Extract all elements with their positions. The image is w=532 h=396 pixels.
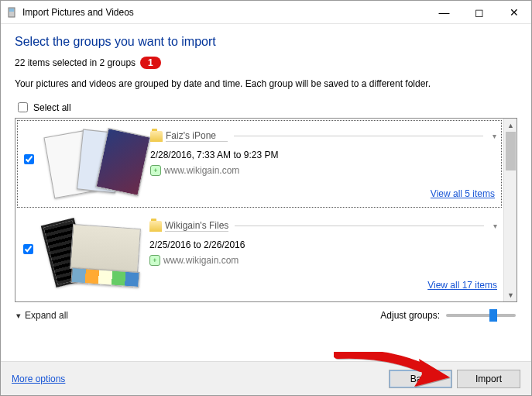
tag-icon: + xyxy=(149,255,160,266)
annotation-badge-1: 1 xyxy=(140,57,161,69)
group-row[interactable]: Faiz's iPone ▾ 2/28/2016, 7:33 AM to 9:2… xyxy=(17,120,502,208)
maximize-button[interactable]: ◻ xyxy=(462,1,496,23)
group-name-input[interactable]: Wikigain's Files xyxy=(165,220,228,232)
selection-status: 22 items selected in 2 groups xyxy=(15,57,136,68)
groups-list-panel: Faiz's iPone ▾ 2/28/2016, 7:33 AM to 9:2… xyxy=(15,118,517,302)
view-all-link[interactable]: View all 5 items xyxy=(431,188,495,199)
group-date-range: 2/25/2016 to 2/26/2016 xyxy=(149,239,497,250)
footer-buttons: Back Import xyxy=(389,370,520,388)
window-controls: — ◻ ✕ xyxy=(427,1,531,23)
app-icon xyxy=(7,7,18,18)
window-title: Import Pictures and Videos xyxy=(22,7,134,18)
group-tag-row: + www.wikigain.com xyxy=(149,255,497,266)
import-button[interactable]: Import xyxy=(457,370,520,388)
group-tag-input[interactable]: www.wikigain.com xyxy=(164,165,239,176)
expand-all-toggle[interactable]: ▾ Expand all xyxy=(16,310,68,321)
scroll-up-arrow-icon[interactable]: ▲ xyxy=(504,119,517,132)
adjust-groups-control: Adjust groups: xyxy=(380,310,516,321)
footer-bar: More options Back Import xyxy=(1,361,531,395)
scroll-thumb[interactable] xyxy=(506,132,516,170)
selection-status-row: 22 items selected in 2 groups 1 xyxy=(15,57,517,69)
scroll-down-arrow-icon[interactable]: ▼ xyxy=(504,288,517,301)
chevron-down-icon[interactable]: ▾ xyxy=(487,222,497,230)
content-area: Select the groups you want to import 22 … xyxy=(1,24,531,321)
svg-rect-1 xyxy=(9,9,14,12)
minimize-button[interactable]: — xyxy=(427,1,462,23)
group-thumbnails xyxy=(41,127,146,201)
thumbnail-image xyxy=(70,224,141,274)
folder-icon xyxy=(150,131,163,142)
group-checkbox[interactable] xyxy=(23,244,33,254)
group-date-range: 2/28/2016, 7:33 AM to 9:23 PM xyxy=(150,150,496,160)
select-all-checkbox[interactable] xyxy=(18,102,28,112)
chevron-down-icon: ▾ xyxy=(16,311,21,321)
groups-list-body: Faiz's iPone ▾ 2/28/2016, 7:33 AM to 9:2… xyxy=(15,119,503,301)
group-name-row: Wikigain's Files ▾ xyxy=(149,220,497,235)
name-underline xyxy=(234,136,483,136)
page-heading: Select the groups you want to import xyxy=(15,35,517,49)
below-list-row: ▾ Expand all Adjust groups: xyxy=(15,310,517,321)
adjust-groups-slider[interactable] xyxy=(446,314,516,317)
view-all-link[interactable]: View all 17 items xyxy=(427,280,497,291)
group-tag-row: + www.wikigain.com xyxy=(150,165,496,176)
close-button[interactable]: ✕ xyxy=(496,1,531,23)
more-options-link[interactable]: More options xyxy=(12,374,65,384)
group-name-row: Faiz's iPone ▾ xyxy=(150,130,496,145)
chevron-down-icon[interactable]: ▾ xyxy=(486,132,496,140)
adjust-groups-label: Adjust groups: xyxy=(380,310,440,321)
group-name-input[interactable]: Faiz's iPone xyxy=(166,130,228,142)
group-info: Faiz's iPone ▾ 2/28/2016, 7:33 AM to 9:2… xyxy=(150,127,496,176)
folder-icon xyxy=(149,221,162,232)
group-tag-input[interactable]: www.wikigain.com xyxy=(163,255,239,266)
expand-all-label: Expand all xyxy=(25,310,68,321)
group-row[interactable]: Wikigain's Files ▾ 2/25/2016 to 2/26/201… xyxy=(15,209,503,298)
group-thumbnails xyxy=(40,217,145,291)
back-button[interactable]: Back xyxy=(389,370,452,388)
group-info: Wikigain's Files ▾ 2/25/2016 to 2/26/201… xyxy=(149,217,497,266)
tag-icon: + xyxy=(150,165,161,176)
name-underline xyxy=(235,226,484,226)
title-bar: Import Pictures and Videos — ◻ ✕ xyxy=(1,1,531,24)
select-all-label: Select all xyxy=(33,102,71,113)
vertical-scrollbar[interactable]: ▲ ▼ xyxy=(503,119,517,301)
grouping-description: Your pictures and videos are grouped by … xyxy=(15,78,517,89)
slider-thumb[interactable] xyxy=(489,309,497,322)
select-all-row[interactable]: Select all xyxy=(15,100,517,115)
group-checkbox[interactable] xyxy=(24,154,34,164)
